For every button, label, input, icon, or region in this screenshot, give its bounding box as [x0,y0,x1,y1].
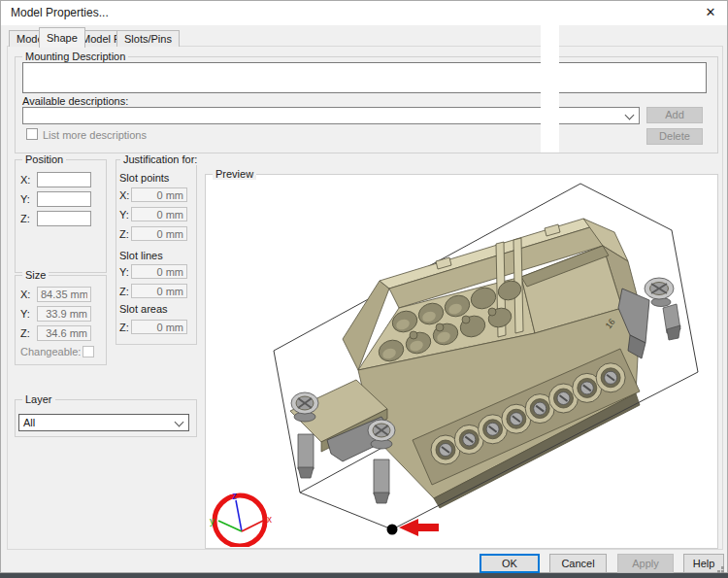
resize-grip-icon[interactable] [721,566,724,569]
model-properties-dialog: Model Properties... ✕ Model Shape Model … [0,0,728,573]
slot-points-x-label: X: [119,189,129,201]
close-icon[interactable]: ✕ [702,4,719,21]
slot-points-y-field [131,207,187,221]
list-more-descriptions-label: List more descriptions [43,129,147,141]
position-group-label: Position [22,153,66,165]
help-button[interactable]: Help [683,554,724,573]
size-y-field [37,306,91,322]
origin-point-dot [387,525,398,535]
layer-select-value: All [23,417,35,428]
position-x-label: X: [20,174,30,186]
changeable-checkbox[interactable] [83,346,94,357]
screw-right [645,278,680,340]
mounting-description-label: Mounting Description [22,51,128,62]
slot-points-label: Slot points [119,172,169,184]
axis-z-label: z [232,491,237,501]
axis-y-label: y [210,516,215,527]
add-button[interactable]: Add [646,107,703,123]
available-descriptions-label: Available descriptions: [22,95,128,107]
window-title: Model Properties... [11,6,109,19]
position-z-input[interactable] [37,211,91,226]
cancel-button[interactable]: Cancel [549,554,607,573]
position-x-input[interactable] [37,172,91,187]
size-group-label: Size [22,269,49,281]
slot-points-x-field [131,187,187,202]
tab-shape[interactable]: Shape [39,27,85,48]
slot-points-y-label: Y: [119,209,129,221]
titlebar: Model Properties... ✕ [1,1,727,25]
tab-slots-pins[interactable]: Slots/Pins [116,30,180,47]
layer-group-label: Layer [22,393,55,405]
layer-select[interactable]: All [18,414,189,431]
background-window-strip [0,573,728,578]
chevron-down-icon [175,418,184,427]
slot-areas-z-label: Z: [119,322,129,333]
slot-lines-z-field [131,284,187,298]
connector-model: 16 [290,219,680,508]
slot-points-z-label: Z: [119,228,129,240]
position-z-label: Z: [20,213,30,224]
ok-button[interactable]: OK [480,554,540,573]
position-y-input[interactable] [37,191,91,207]
screw-left-2 [368,420,395,503]
axis-x-label: x [267,514,272,525]
size-z-field [37,325,91,341]
screenshot-artifact-band [541,11,559,153]
size-z-label: Z: [20,327,30,339]
list-more-descriptions-checkbox[interactable] [26,128,38,140]
slot-points-z-field [131,226,187,241]
apply-button[interactable]: Apply [617,554,674,573]
size-x-label: X: [20,289,30,300]
size-x-field [37,287,91,302]
slot-lines-y-label: Y: [119,266,129,278]
justification-group-label: Justification for: [120,153,200,165]
size-y-label: Y: [20,308,30,320]
slot-lines-z-label: Z: [119,286,129,297]
axis-triad: z y x [210,491,272,546]
slot-lines-y-field [131,264,187,279]
slot-areas-z-field [131,320,187,334]
slot-areas-label: Slot areas [119,303,168,315]
preview-3d-viewport: 16 z y x [205,175,716,547]
slot-lines-label: Slot lines [119,250,163,261]
origin-arrow-annotation [399,519,439,536]
delete-button[interactable]: Delete [646,128,703,145]
position-y-label: Y: [20,193,30,205]
changeable-label: Changeable: [20,346,81,357]
mounting-description-input[interactable] [22,62,707,93]
chevron-down-icon [625,111,635,120]
